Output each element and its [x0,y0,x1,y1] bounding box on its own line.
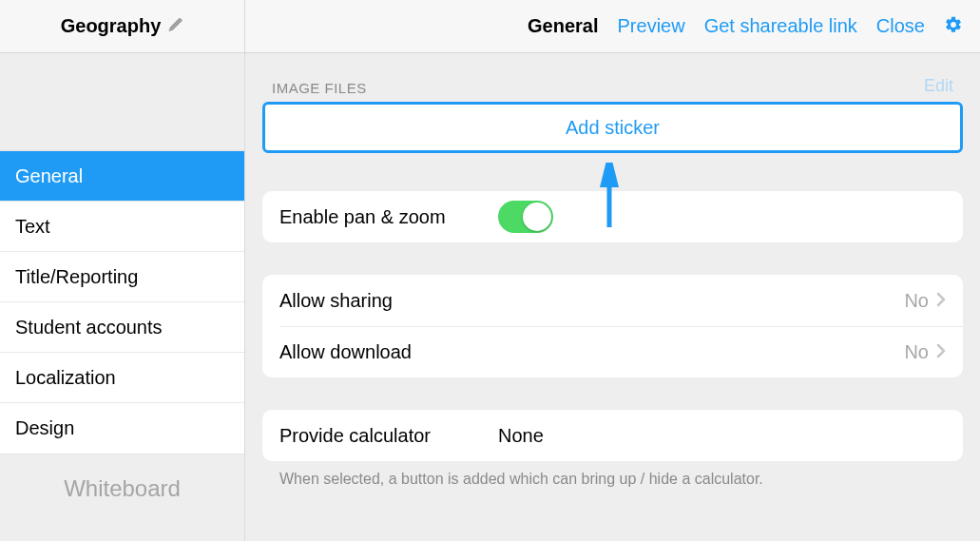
sidebar-item-student-accounts[interactable]: Student accounts [0,302,244,353]
row-label: Provide calculator [279,425,498,447]
image-files-header: IMAGE FILES Edit [262,53,963,102]
section-label: IMAGE FILES [272,80,367,96]
sidebar-item-localization[interactable]: Localization [0,353,244,403]
sidebar-item-label: Design [15,417,74,439]
gear-icon[interactable] [944,15,963,38]
row-label: Allow sharing [279,290,498,312]
pan-zoom-card: Enable pan & zoom [262,191,963,242]
preview-link[interactable]: Preview [618,15,685,37]
sidebar-item-general[interactable]: General [0,151,244,202]
sidebar-footer-label: Whiteboard [15,475,229,502]
sidebar-list: General Text Title/Reporting Student acc… [0,150,244,454]
content: IMAGE FILES Edit Add sticker Enable pan … [245,53,980,541]
allow-sharing-row[interactable]: Allow sharing No [262,275,963,326]
close-link[interactable]: Close [876,15,925,37]
calculator-row[interactable]: Provide calculator None [262,410,963,461]
sidebar-footer: Whiteboard [0,454,244,502]
topbar: General Preview Get shareable link Close [245,0,980,53]
sidebar-item-label: General [15,165,83,187]
sidebar-item-label: Title/Reporting [15,266,138,288]
sidebar: Geography General Text Title/Reporting S… [0,0,245,541]
add-sticker-label: Add sticker [566,117,660,139]
pencil-icon[interactable] [168,17,183,36]
sidebar-header: Geography [0,0,244,53]
tab-general[interactable]: General [528,15,598,37]
sidebar-item-design[interactable]: Design [0,403,244,454]
row-label: Allow download [279,341,498,363]
row-value: No [904,341,929,363]
allow-download-row[interactable]: Allow download No [262,326,963,377]
add-sticker-button[interactable]: Add sticker [262,102,963,153]
pan-zoom-row: Enable pan & zoom [262,191,963,242]
sidebar-item-text[interactable]: Text [0,202,244,252]
shareable-link[interactable]: Get shareable link [704,15,857,37]
sidebar-title: Geography [61,15,162,37]
row-value: No [904,290,929,312]
sidebar-item-label: Text [15,216,50,238]
chevron-right-icon [936,341,946,363]
sidebar-item-label: Student accounts [15,317,163,338]
calculator-helper: When selected, a button is added which c… [262,461,963,488]
edit-link[interactable]: Edit [924,76,953,96]
chevron-right-icon [936,290,946,312]
sidebar-item-title-reporting[interactable]: Title/Reporting [0,252,244,302]
sidebar-item-label: Localization [15,367,116,389]
calculator-card: Provide calculator None [262,410,963,461]
row-label: Enable pan & zoom [279,206,498,228]
row-value: None [498,425,946,447]
share-download-card: Allow sharing No Allow download No [262,275,963,377]
main: General Preview Get shareable link Close… [245,0,980,541]
pan-zoom-toggle[interactable] [498,201,553,233]
